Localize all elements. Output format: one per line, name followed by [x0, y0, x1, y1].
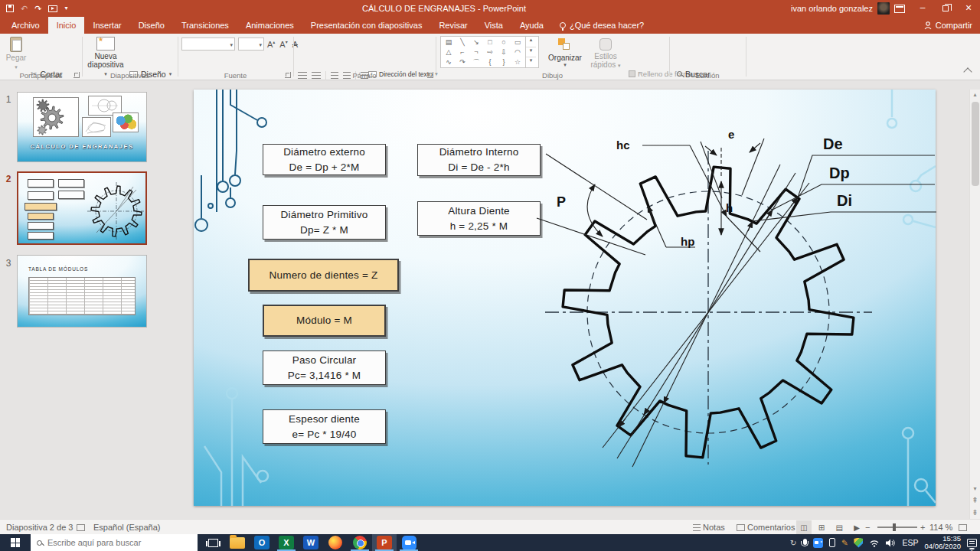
tab-archivo[interactable]: Archivo: [3, 17, 48, 34]
share-button[interactable]: Compartir: [924, 17, 972, 34]
comments-button[interactable]: Comentarios: [737, 520, 795, 535]
search-input[interactable]: [47, 538, 178, 547]
formula-box-modulo[interactable]: Módulo = M: [263, 305, 386, 337]
tab-inicio[interactable]: Inicio: [48, 17, 85, 34]
paste-button[interactable]: Pegar ▾: [5, 37, 28, 70]
shapes-gallery[interactable]: ▤ ╲ ↘ □ ○ ▭ △ ⌐ ¬ ⇨ ⇩ ◠ ∿ ↷ ⌒ { }: [440, 36, 539, 68]
file-explorer-button[interactable]: [225, 534, 250, 551]
font-size-select[interactable]: ▾: [238, 37, 264, 51]
qat-customize-icon[interactable]: ▾: [64, 0, 67, 17]
shape-arc-icon[interactable]: ◠: [511, 47, 524, 57]
grow-font-icon[interactable]: A▴: [267, 39, 275, 49]
undo-icon[interactable]: ↶: [21, 0, 28, 17]
shape-elbow-icon[interactable]: ⌐: [456, 47, 469, 57]
quick-styles-button[interactable]: Estilosrápidos ▾: [587, 37, 624, 70]
slide-thumbnail-3[interactable]: TABLA DE MÓDULOS: [17, 255, 147, 328]
wifi-icon[interactable]: [869, 539, 880, 547]
formula-box-diametro-externo[interactable]: Diámetro externo De = Dp + 2*M: [263, 144, 386, 175]
start-slideshow-icon[interactable]: [48, 5, 57, 12]
shape-star-icon[interactable]: ☆: [511, 57, 524, 67]
shape-elbow2-icon[interactable]: ¬: [469, 47, 483, 57]
slide-canvas[interactable]: Diámetro externo De = Dp + 2*M Diámetro …: [194, 90, 936, 506]
zoom-app-button[interactable]: [397, 534, 421, 551]
tab-insertar[interactable]: Insertar: [84, 17, 129, 34]
shape-curve-icon[interactable]: ↷: [456, 57, 469, 67]
slideshow-button[interactable]: ▶: [849, 520, 864, 536]
formula-box-paso-circular[interactable]: Paso Circular Pc= 3,1416 * M: [263, 350, 386, 385]
excel-button[interactable]: X: [274, 534, 299, 551]
restore-button[interactable]: [934, 0, 957, 17]
formula-box-diametro-primitivo[interactable]: Diámetro Primitivo Dp= Z * M: [263, 205, 386, 240]
task-view-button[interactable]: [201, 534, 225, 551]
reading-view-button[interactable]: ▤: [831, 520, 847, 536]
vertical-scrollbar[interactable]: ▴ ▾ ⇞ ⇟: [969, 90, 980, 519]
gallery-more-icon[interactable]: ▾: [526, 57, 536, 67]
next-slide-icon[interactable]: ⇟: [970, 507, 980, 519]
accessibility-icon[interactable]: [77, 520, 85, 535]
shape-scribble-icon[interactable]: ∿: [442, 57, 456, 67]
minimize-button[interactable]: –: [911, 0, 934, 17]
close-button[interactable]: ×: [957, 0, 980, 17]
scroll-down-icon[interactable]: ▾: [970, 484, 980, 494]
slide-thumbnail-1[interactable]: CÁLCULO DE ENGRANAJES: [17, 92, 147, 162]
taskbar-search[interactable]: [31, 534, 198, 551]
user-avatar[interactable]: [877, 2, 890, 15]
shape-brace-right-icon[interactable]: }: [497, 57, 511, 67]
shape-arrow-down-icon[interactable]: ⇩: [497, 47, 511, 57]
zoom-level[interactable]: 114 %: [929, 520, 952, 535]
font-name-select[interactable]: ▾: [181, 37, 235, 51]
normal-view-button[interactable]: ◫: [796, 520, 812, 536]
shape-oval-icon[interactable]: ○: [497, 37, 511, 47]
arrange-button[interactable]: Organizar ▾: [544, 37, 586, 68]
microphone-icon[interactable]: [803, 539, 807, 545]
previous-slide-icon[interactable]: ⇞: [970, 494, 980, 507]
clock[interactable]: 15:35 04/06/2020: [924, 535, 961, 550]
outlook-button[interactable]: O: [250, 534, 274, 551]
tab-presentacion[interactable]: Presentación con diapositivas: [302, 17, 431, 34]
powerpoint-button[interactable]: P: [372, 534, 397, 551]
user-name[interactable]: ivan orlando gonzalez: [791, 4, 873, 13]
scrollbar-thumb[interactable]: [972, 102, 979, 186]
security-shield-icon[interactable]: [854, 538, 863, 548]
save-icon[interactable]: [6, 5, 14, 12]
tab-revisar[interactable]: Revisar: [430, 17, 475, 34]
shape-rectangle-icon[interactable]: □: [483, 37, 497, 47]
scroll-up-icon[interactable]: ▴: [970, 90, 980, 100]
tab-diseno[interactable]: Diseño: [130, 17, 173, 34]
formula-box-diametro-interno[interactable]: Diámetro Interno Di = De - 2*h: [417, 144, 541, 176]
zoom-tray-icon[interactable]: [813, 538, 823, 548]
zoom-out-button[interactable]: −: [865, 520, 870, 535]
redo-icon[interactable]: ↷: [34, 0, 41, 17]
slide-sorter-view-button[interactable]: ⊞: [814, 520, 829, 536]
gallery-up-icon[interactable]: ▴: [526, 37, 536, 47]
tab-vista[interactable]: Vista: [476, 17, 511, 34]
formula-box-espesor-diente[interactable]: Espesor diente e= Pc * 19/40: [263, 409, 386, 444]
shape-roundrect-icon[interactable]: ▭: [511, 37, 524, 47]
tab-ayuda[interactable]: Ayuda: [511, 17, 552, 34]
slide-indicator[interactable]: Diapositiva 2 de 3: [6, 520, 73, 535]
pen-icon[interactable]: ✎: [841, 538, 848, 547]
slide-thumbnail-2[interactable]: [17, 171, 147, 245]
gallery-down-icon[interactable]: ▾: [526, 47, 536, 58]
formula-box-numero-dientes[interactable]: Numero de dientes = Z: [248, 259, 399, 292]
keyboard-language[interactable]: ESP: [902, 538, 918, 547]
dialog-launcher-icon[interactable]: [427, 72, 433, 78]
action-center-icon[interactable]: 1: [967, 539, 977, 547]
shape-brace-left-icon[interactable]: {: [483, 57, 497, 67]
shape-arc2-icon[interactable]: ⌒: [469, 57, 483, 67]
dialog-launcher-icon[interactable]: [285, 72, 291, 78]
start-button[interactable]: [0, 534, 31, 551]
shape-textbox-icon[interactable]: ▤: [442, 37, 456, 47]
shape-triangle-icon[interactable]: △: [442, 47, 456, 57]
zoom-slider-track[interactable]: [877, 527, 917, 528]
collapse-ribbon-icon[interactable]: [963, 67, 972, 76]
dialog-launcher-icon[interactable]: [74, 72, 80, 78]
ribbon-display-options-icon[interactable]: [894, 5, 905, 13]
tab-animaciones[interactable]: Animaciones: [237, 17, 302, 34]
zoom-slider-thumb[interactable]: [893, 523, 896, 531]
shape-arrow-icon[interactable]: ↘: [469, 37, 483, 47]
notes-button[interactable]: Notas: [693, 520, 725, 535]
shrink-font-icon[interactable]: A▾: [279, 39, 287, 49]
language-indicator[interactable]: Español (España): [93, 520, 160, 535]
shape-line-icon[interactable]: ╲: [456, 37, 469, 47]
